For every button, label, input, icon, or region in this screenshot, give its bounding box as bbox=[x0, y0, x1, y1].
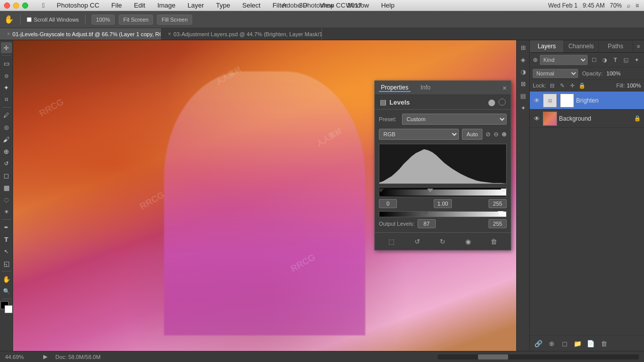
white-input-thumb[interactable] bbox=[501, 189, 507, 193]
lock-image-icon[interactable]: ✎ bbox=[558, 81, 566, 89]
lock-position-icon[interactable]: ✛ bbox=[568, 81, 576, 89]
output-white-thumb[interactable] bbox=[498, 211, 504, 215]
lasso-tool[interactable]: ⌾ bbox=[1, 70, 12, 81]
scroll-thumb[interactable] bbox=[478, 354, 508, 359]
layer-filter-select[interactable]: Kind bbox=[540, 55, 588, 65]
output-black-value[interactable]: 87 bbox=[418, 219, 436, 228]
auto-button[interactable]: Auto bbox=[462, 129, 482, 140]
black-eyedropper-icon[interactable]: ⊘ bbox=[486, 131, 491, 138]
input-black-value[interactable]: 0 bbox=[379, 199, 397, 208]
menu-icon[interactable]: ≡ bbox=[635, 2, 639, 9]
toggle-visibility-icon[interactable]: ◉ bbox=[463, 236, 474, 247]
menu-view[interactable]: View bbox=[317, 1, 336, 10]
menu-layer[interactable]: Layer bbox=[186, 1, 206, 10]
stamp-tool[interactable]: ⊕ bbox=[1, 146, 12, 157]
measure-icon[interactable]: ⊠ bbox=[518, 78, 529, 89]
layer-item-0[interactable]: 👁 ▤ Brighten bbox=[530, 92, 644, 110]
new-layer-icon[interactable]: 📄 bbox=[585, 338, 596, 349]
scroll-all-windows-checkbox[interactable]: Scroll All Windows bbox=[27, 17, 79, 23]
close-button[interactable] bbox=[4, 3, 10, 9]
output-white-value[interactable]: 255 bbox=[489, 219, 507, 228]
menu-file[interactable]: File bbox=[109, 1, 124, 10]
arrow-icon[interactable]: ▶ bbox=[43, 353, 47, 360]
blur-tool[interactable]: ◌ bbox=[1, 194, 12, 205]
gradient-tool[interactable]: ▦ bbox=[1, 182, 12, 193]
clip-icon-1[interactable]: ⬤ bbox=[488, 99, 496, 106]
menu-3d[interactable]: 3D bbox=[297, 1, 310, 10]
scroll-bar[interactable] bbox=[438, 354, 639, 359]
tab-0[interactable]: × 01-jLevels-Grayscale to Adjust.tif @ 6… bbox=[0, 28, 161, 40]
menu-edit[interactable]: Edit bbox=[132, 1, 147, 10]
adjustment-filter-icon[interactable]: ◑ bbox=[600, 55, 609, 64]
menu-help[interactable]: Help bbox=[379, 1, 396, 10]
zoom-tool[interactable]: 🔍 bbox=[1, 286, 12, 297]
tab-close-1[interactable]: × bbox=[168, 31, 171, 37]
menu-type[interactable]: Type bbox=[214, 1, 232, 10]
input-white-value[interactable]: 255 bbox=[489, 199, 507, 208]
lock-all-icon[interactable]: 🔒 bbox=[578, 81, 586, 89]
delete-layer-btn[interactable]: 🗑 bbox=[598, 338, 609, 349]
menu-image[interactable]: Image bbox=[155, 1, 178, 10]
eyedropper-tool[interactable]: 🖊 bbox=[1, 110, 12, 121]
output-black-thumb[interactable] bbox=[423, 211, 429, 215]
brush-preset-icon[interactable]: ✦ bbox=[518, 103, 529, 114]
eraser-tool[interactable]: ◻ bbox=[1, 170, 12, 181]
add-style-icon[interactable]: ⊕ bbox=[546, 338, 557, 349]
fit-screen-button[interactable]: Fit Screen bbox=[119, 15, 153, 25]
shape-filter-icon[interactable]: ◱ bbox=[621, 55, 630, 64]
timeline-icon[interactable]: ▤ bbox=[518, 90, 529, 102]
tab-1[interactable]: × 03-Adjustment Layers.psd @ 44.7% (Brig… bbox=[161, 28, 322, 40]
zoom-button[interactable]: 100% bbox=[92, 15, 115, 25]
pixel-filter-icon[interactable]: ☐ bbox=[590, 55, 599, 64]
marquee-tool[interactable]: ▭ bbox=[1, 58, 12, 69]
type-tool[interactable]: T bbox=[1, 234, 12, 245]
fill-screen-button[interactable]: Fill Screen bbox=[157, 15, 192, 25]
properties-tab[interactable]: Properties bbox=[379, 84, 411, 92]
maximize-button[interactable] bbox=[22, 3, 28, 9]
layer-visibility-0[interactable]: 👁 bbox=[533, 97, 541, 105]
menu-photoshop[interactable]: Photoshop CC bbox=[55, 1, 102, 10]
clip-to-layer-icon[interactable]: ⬚ bbox=[386, 236, 397, 247]
tab-channels[interactable]: Channels bbox=[564, 40, 598, 52]
blend-mode-select[interactable]: Normal bbox=[533, 69, 578, 78]
mid-input-thumb[interactable] bbox=[427, 189, 433, 193]
previous-state-icon[interactable]: ↺ bbox=[412, 236, 423, 247]
brush-tool[interactable]: 🖌 bbox=[1, 134, 12, 145]
preset-select[interactable]: Custom bbox=[402, 114, 507, 125]
layer-item-1[interactable]: 👁 Background 🔒 bbox=[530, 110, 644, 128]
spot-heal-tool[interactable]: ◎ bbox=[1, 122, 12, 133]
info-tab[interactable]: Info bbox=[419, 84, 433, 92]
menu-filter[interactable]: Filter bbox=[271, 1, 289, 10]
adjustment-icon[interactable]: ◑ bbox=[518, 66, 529, 77]
menu-apple[interactable]:  bbox=[40, 1, 47, 10]
layer-mask-0[interactable] bbox=[560, 94, 574, 108]
clip-icon-2[interactable] bbox=[499, 99, 506, 106]
tab-layers[interactable]: Layers bbox=[530, 40, 564, 52]
input-mid-value[interactable]: 1.00 bbox=[434, 199, 452, 208]
black-input-thumb[interactable] bbox=[378, 189, 384, 193]
quick-select-tool[interactable]: ✦ bbox=[1, 82, 12, 93]
link-layers-icon[interactable]: 🔗 bbox=[533, 338, 544, 349]
layers-panel-menu[interactable]: ≡ bbox=[633, 40, 644, 52]
hand-tool-icon[interactable]: ✋ bbox=[4, 15, 14, 24]
white-eyedropper-icon[interactable]: ⊕ bbox=[502, 131, 507, 138]
arrange-icon[interactable]: ⊞ bbox=[518, 42, 529, 53]
3d-icon[interactable]: ◈ bbox=[518, 54, 529, 65]
add-mask-icon[interactable]: ◻ bbox=[559, 338, 570, 349]
window-controls[interactable] bbox=[4, 3, 28, 9]
output-gradient-track[interactable] bbox=[379, 211, 507, 217]
minimize-button[interactable] bbox=[13, 3, 19, 9]
history-brush-tool[interactable]: ↺ bbox=[1, 158, 12, 169]
scroll-all-checkbox[interactable] bbox=[27, 17, 32, 22]
layer-visibility-1[interactable]: 👁 bbox=[533, 115, 541, 123]
gray-eyedropper-icon[interactable]: ⊖ bbox=[494, 131, 499, 138]
search-icon[interactable]: ⌕ bbox=[627, 2, 630, 9]
background-color[interactable] bbox=[5, 305, 13, 313]
shape-tool[interactable]: ◱ bbox=[1, 258, 12, 269]
type-filter-icon[interactable]: T bbox=[611, 55, 620, 64]
channel-select[interactable]: RGB bbox=[379, 129, 459, 140]
hand-tool[interactable]: ✋ bbox=[1, 274, 12, 285]
path-select-tool[interactable]: ↖ bbox=[1, 246, 12, 257]
properties-close[interactable]: × bbox=[503, 84, 507, 92]
color-swatches[interactable] bbox=[1, 301, 13, 313]
